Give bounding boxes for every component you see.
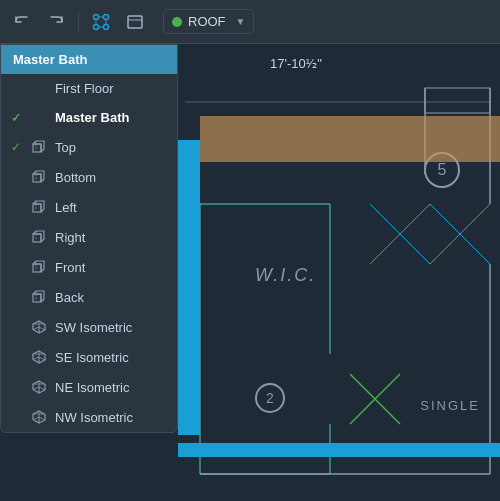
svg-line-38 — [39, 327, 45, 330]
svg-point-1 — [104, 14, 109, 19]
svg-rect-14 — [33, 174, 41, 182]
svg-line-67 — [430, 204, 490, 264]
layer-name: ROOF — [188, 14, 226, 29]
svg-rect-68 — [425, 88, 490, 113]
svg-line-64 — [370, 204, 430, 264]
svg-rect-26 — [33, 264, 41, 272]
layer-color-dot — [172, 17, 182, 27]
iso-cube-icon — [31, 349, 47, 365]
menu-item-label: Left — [55, 200, 77, 215]
svg-line-44 — [39, 357, 45, 360]
svg-line-55 — [33, 417, 39, 420]
toolbar: ROOF ▼ — [0, 0, 500, 44]
flat-cube-icon — [31, 139, 47, 155]
menu-item-bottom[interactable]: Bottom — [1, 162, 177, 192]
svg-line-69 — [350, 374, 400, 424]
transform-button[interactable] — [87, 8, 115, 36]
check-icon: ✓ — [11, 111, 23, 125]
iso-cube-icon — [31, 379, 47, 395]
svg-line-70 — [350, 374, 400, 424]
menu-item-label: NE Isometric — [55, 380, 129, 395]
frame-button[interactable] — [121, 8, 149, 36]
svg-point-3 — [104, 24, 109, 29]
svg-point-0 — [94, 14, 99, 19]
menu-item-label: SW Isometric — [55, 320, 132, 335]
menu-item-se-iso[interactable]: SE Isometric — [1, 342, 177, 372]
flat-cube-icon — [31, 259, 47, 275]
menu-item-sw-iso[interactable]: SW Isometric — [1, 312, 177, 342]
menu-header: Master Bath — [1, 45, 177, 74]
flat-cube-icon — [31, 199, 47, 215]
undo-button[interactable] — [8, 8, 36, 36]
svg-rect-18 — [33, 204, 41, 212]
blue-horizontal-bar — [178, 443, 500, 457]
svg-rect-22 — [33, 234, 41, 242]
menu-item-label: NW Isometric — [55, 410, 133, 425]
svg-line-56 — [39, 417, 45, 420]
svg-line-37 — [33, 327, 39, 330]
menu-item-ne-iso[interactable]: NE Isometric — [1, 372, 177, 402]
separator-1 — [78, 12, 79, 32]
svg-line-66 — [430, 204, 490, 264]
svg-point-2 — [94, 24, 99, 29]
svg-rect-8 — [128, 16, 142, 28]
flat-cube-icon — [31, 169, 47, 185]
flat-cube-icon — [31, 289, 47, 305]
menu-item-label: Right — [55, 230, 85, 245]
svg-rect-30 — [33, 294, 41, 302]
dropdown-arrow-icon: ▼ — [236, 16, 246, 27]
menu-item-label: First Floor — [55, 81, 114, 96]
menu-item-front[interactable]: Front — [1, 252, 177, 282]
menu-item-label: Master Bath — [55, 110, 129, 125]
menu-item-label: Back — [55, 290, 84, 305]
svg-line-65 — [370, 204, 430, 264]
menu-item-top[interactable]: ✓ Top — [1, 132, 177, 162]
menu-item-label: Top — [55, 140, 76, 155]
layer-dropdown[interactable]: ROOF ▼ — [163, 9, 254, 34]
wic-label: W.I.C. — [255, 265, 316, 286]
menu-item-first-floor[interactable]: First Floor — [1, 74, 177, 103]
iso-cube-icon — [31, 319, 47, 335]
menu-item-back[interactable]: Back — [1, 282, 177, 312]
view-dropdown-menu: Master Bath First Floor✓Master Bath✓ Top… — [0, 44, 178, 433]
menu-item-label: Front — [55, 260, 85, 275]
tan-band — [200, 116, 500, 162]
single-label: SINGLE — [420, 398, 480, 413]
svg-rect-10 — [33, 144, 41, 152]
check-icon: ✓ — [11, 140, 23, 154]
menu-item-master-bath[interactable]: ✓Master Bath — [1, 103, 177, 132]
svg-line-50 — [39, 387, 45, 390]
menu-item-right[interactable]: Right — [1, 222, 177, 252]
redo-button[interactable] — [42, 8, 70, 36]
menu-item-label: Bottom — [55, 170, 96, 185]
menu-item-label: SE Isometric — [55, 350, 129, 365]
iso-cube-icon — [31, 409, 47, 425]
blue-vertical-bar — [178, 140, 200, 435]
menu-item-left[interactable]: Left — [1, 192, 177, 222]
circle-badge-2: 2 — [255, 383, 285, 413]
flat-cube-icon — [31, 229, 47, 245]
svg-line-43 — [33, 357, 39, 360]
menu-item-nw-iso[interactable]: NW Isometric — [1, 402, 177, 432]
dimension-text: 17'-10¹⁄₂" — [270, 56, 322, 71]
svg-line-49 — [33, 387, 39, 390]
